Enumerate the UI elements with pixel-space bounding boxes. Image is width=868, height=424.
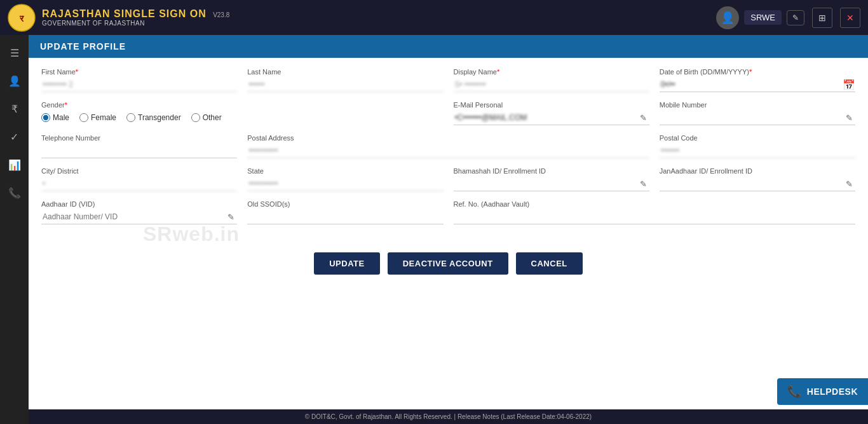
ref-no-label: Ref. No. (Aadhaar Vault) bbox=[454, 200, 856, 208]
content-area: UPDATE PROFILE SRweb.in First Name* Last… bbox=[29, 35, 868, 424]
helpdesk-label: HELPDESK bbox=[807, 386, 858, 397]
mobile-edit-icon[interactable]: ✎ bbox=[843, 112, 855, 124]
old-ssoid-label: Old SSOID(s) bbox=[247, 200, 443, 208]
jan-aadhaar-input-wrapper: ✎ bbox=[660, 177, 855, 191]
gender-other-option[interactable]: Other bbox=[191, 113, 222, 122]
ref-no-input[interactable] bbox=[454, 210, 856, 224]
bhamashah-input-wrapper: ✎ bbox=[454, 177, 649, 191]
cancel-button[interactable]: CANCEL bbox=[516, 252, 583, 275]
mobile-label: Mobile Number bbox=[660, 101, 855, 109]
bhamashah-input[interactable] bbox=[454, 177, 637, 191]
footer-text: © DOIT&C, Govt. of Rajasthan. All Rights… bbox=[305, 413, 592, 420]
form-grid: First Name* Last Name Display Name* bbox=[41, 68, 855, 280]
mobile-field: Mobile Number ✎ bbox=[660, 101, 855, 125]
helpdesk-button[interactable]: 📞 HELPDESK bbox=[777, 378, 868, 405]
app-subtitle: GOVERNMENT OF RAJASTHAN bbox=[42, 20, 716, 27]
bhamashah-field: Bhamashah ID/ Enrollment ID ✎ bbox=[454, 167, 649, 191]
update-button[interactable]: UPDATE bbox=[314, 252, 379, 275]
page-header: UPDATE PROFILE bbox=[29, 35, 868, 58]
gender-female-radio[interactable] bbox=[79, 113, 88, 122]
main-wrapper: ☰ 👤 ₹ ✓ 📊 📞 UPDATE PROFILE SRweb.in Firs… bbox=[0, 35, 868, 424]
gender-transgender-radio[interactable] bbox=[126, 113, 135, 122]
mobile-input[interactable] bbox=[660, 111, 843, 125]
jan-aadhaar-input[interactable] bbox=[660, 177, 843, 191]
state-field: State bbox=[247, 167, 443, 191]
form-area: SRweb.in First Name* Last Name Display N… bbox=[29, 58, 868, 409]
gender-male-radio[interactable] bbox=[41, 113, 50, 122]
postal-address-field: Postal Address bbox=[247, 134, 649, 158]
display-name-input[interactable] bbox=[454, 78, 649, 92]
email-edit-icon[interactable]: ✎ bbox=[637, 112, 649, 124]
jan-aadhaar-edit-icon[interactable]: ✎ bbox=[843, 178, 855, 190]
sidebar-item-chart[interactable]: 📊 bbox=[3, 153, 26, 176]
gender-male-option[interactable]: Male bbox=[41, 113, 69, 122]
email-input-wrapper: ✎ bbox=[454, 111, 649, 125]
gender-field: Gender* Male Female Transg bbox=[41, 101, 444, 125]
sidebar-item-menu[interactable]: ☰ bbox=[3, 41, 26, 64]
aadhaar-edit-icon[interactable]: ✎ bbox=[225, 211, 237, 223]
close-button[interactable]: ✕ bbox=[840, 8, 860, 28]
page-title: UPDATE PROFILE bbox=[40, 41, 126, 51]
username-display[interactable]: SRWE bbox=[744, 10, 782, 25]
email-input[interactable] bbox=[454, 111, 637, 125]
gender-other-radio[interactable] bbox=[191, 113, 200, 122]
dob-input[interactable] bbox=[660, 78, 843, 92]
sidebar-item-phone[interactable]: 📞 bbox=[3, 181, 26, 204]
postal-code-field: Postal Code bbox=[660, 134, 855, 158]
last-name-label: Last Name bbox=[247, 68, 443, 76]
city-label: City/ District bbox=[41, 167, 237, 175]
telephone-input[interactable] bbox=[41, 144, 237, 158]
jan-aadhaar-label: JanAadhaar ID/ Enrollment ID bbox=[660, 167, 855, 175]
first-name-input[interactable] bbox=[41, 78, 237, 92]
aadhaar-input[interactable] bbox=[41, 210, 225, 224]
app-header: र RAJASTHAN SINGLE SIGN ON V23.8 GOVERNM… bbox=[0, 0, 868, 35]
sidebar-item-rupee[interactable]: ₹ bbox=[3, 97, 26, 120]
deactive-button[interactable]: DEACTIVE ACCOUNT bbox=[388, 252, 508, 275]
city-input[interactable] bbox=[41, 177, 237, 191]
action-buttons: UPDATE DEACTIVE ACCOUNT CANCEL bbox=[41, 242, 855, 280]
footer: © DOIT&C, Govt. of Rajasthan. All Rights… bbox=[29, 409, 868, 424]
user-avatar: 👤 bbox=[716, 6, 739, 29]
sidebar-item-check[interactable]: ✓ bbox=[3, 125, 26, 148]
postal-code-input[interactable] bbox=[660, 144, 855, 158]
aadhaar-field: Aadhaar ID (VID) ✎ bbox=[41, 200, 237, 224]
grid-view-button[interactable]: ⊞ bbox=[812, 8, 832, 28]
telephone-field: Telephone Number bbox=[41, 134, 237, 158]
old-ssoid-field: Old SSOID(s) bbox=[247, 200, 443, 224]
last-name-input[interactable] bbox=[247, 78, 443, 92]
first-name-label: First Name* bbox=[41, 68, 237, 76]
app-title: RAJASTHAN SINGLE SIGN ON V23.8 bbox=[42, 8, 716, 20]
first-name-field: First Name* bbox=[41, 68, 237, 92]
svg-text:र: र bbox=[19, 13, 24, 24]
gender-options: Male Female Transgender Other bbox=[41, 113, 444, 122]
display-name-field: Display Name* bbox=[454, 68, 649, 92]
state-input[interactable] bbox=[247, 177, 443, 191]
postal-address-label: Postal Address bbox=[247, 134, 649, 142]
dob-input-wrapper: 📅 bbox=[660, 78, 855, 92]
ref-no-field: Ref. No. (Aadhaar Vault) bbox=[454, 200, 856, 224]
postal-code-label: Postal Code bbox=[660, 134, 855, 142]
gender-transgender-option[interactable]: Transgender bbox=[126, 113, 181, 122]
mobile-input-wrapper: ✎ bbox=[660, 111, 855, 125]
city-field: City/ District bbox=[41, 167, 237, 191]
aadhaar-input-wrapper: ✎ bbox=[41, 210, 237, 224]
email-field: E-Mail Personal ✎ bbox=[454, 101, 649, 125]
state-label: State bbox=[247, 167, 443, 175]
dob-field: Date of Birth (DD/MM/YYYY)* 📅 bbox=[660, 68, 855, 92]
sidebar-item-user[interactable]: 👤 bbox=[3, 69, 26, 92]
last-name-field: Last Name bbox=[247, 68, 443, 92]
postal-address-input[interactable] bbox=[247, 144, 649, 158]
dob-label: Date of Birth (DD/MM/YYYY)* bbox=[660, 68, 855, 76]
gender-label: Gender* bbox=[41, 101, 444, 109]
bhamashah-edit-icon[interactable]: ✎ bbox=[637, 178, 649, 190]
calendar-icon[interactable]: 📅 bbox=[843, 79, 855, 91]
aadhaar-label: Aadhaar ID (VID) bbox=[41, 200, 237, 208]
helpdesk-phone-icon: 📞 bbox=[787, 385, 802, 399]
old-ssoid-input[interactable] bbox=[247, 210, 443, 224]
display-name-label: Display Name* bbox=[454, 68, 649, 76]
jan-aadhaar-field: JanAadhaar ID/ Enrollment ID ✎ bbox=[660, 167, 855, 191]
header-title-group: RAJASTHAN SINGLE SIGN ON V23.8 GOVERNMEN… bbox=[42, 8, 716, 27]
user-edit-button[interactable]: ✎ bbox=[787, 10, 804, 25]
logo: र bbox=[8, 4, 36, 32]
gender-female-option[interactable]: Female bbox=[79, 113, 116, 122]
